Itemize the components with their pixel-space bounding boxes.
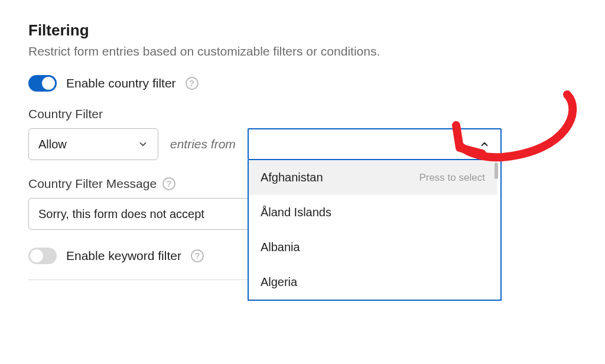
country-option[interactable]: Algeria [249,265,497,300]
entries-from-text: entries from [170,137,236,151]
enable-country-filter-label: Enable country filter [66,76,176,90]
country-option[interactable]: Albania [249,230,497,265]
country-option-label: Åland Islands [261,206,331,219]
country-option-label: Algeria [261,275,297,289]
chevron-up-icon [479,139,490,150]
help-icon[interactable]: ? [162,177,175,190]
country-filter-row: Allow entries from Afghanistan Press to … [28,128,577,160]
country-filter-mode-value: Allow [38,138,67,151]
section-divider [28,280,265,280]
country-option[interactable]: Åland Islands [249,195,497,230]
help-icon[interactable]: ? [191,249,204,262]
country-filter-label: Country Filter [28,107,577,121]
country-filter-label-text: Country Filter [28,107,103,121]
country-filter-message-input[interactable]: Sorry, this form does not accept [28,198,253,230]
section-description: Restrict form entries based on customiza… [28,44,577,58]
country-option-label: Afghanistan [261,171,323,184]
enable-keyword-filter-toggle[interactable] [28,248,57,264]
help-icon[interactable]: ? [186,77,199,90]
country-filter-mode-select[interactable]: Allow [28,128,158,160]
enable-country-filter-row: Enable country filter ? [28,75,577,92]
toggle-knob-icon [42,77,55,90]
country-option-hint: Press to select [419,172,485,184]
toggle-knob-icon [30,249,43,262]
enable-country-filter-toggle[interactable] [28,75,57,92]
country-filter-message-label-text: Country Filter Message [28,177,157,191]
scrollbar-thumb-icon[interactable] [495,162,498,179]
country-dropdown: Afghanistan Press to select Åland Island… [248,160,502,301]
chevron-down-icon [138,139,148,150]
country-select[interactable] [248,128,502,160]
enable-keyword-filter-label: Enable keyword filter [66,249,181,263]
country-option-label: Albania [261,240,300,254]
country-filter-message-value: Sorry, this form does not accept [38,207,204,221]
country-option[interactable]: Afghanistan Press to select [249,160,497,195]
country-select-wrapper: Afghanistan Press to select Åland Island… [248,128,502,160]
section-title: Filtering [28,21,577,40]
